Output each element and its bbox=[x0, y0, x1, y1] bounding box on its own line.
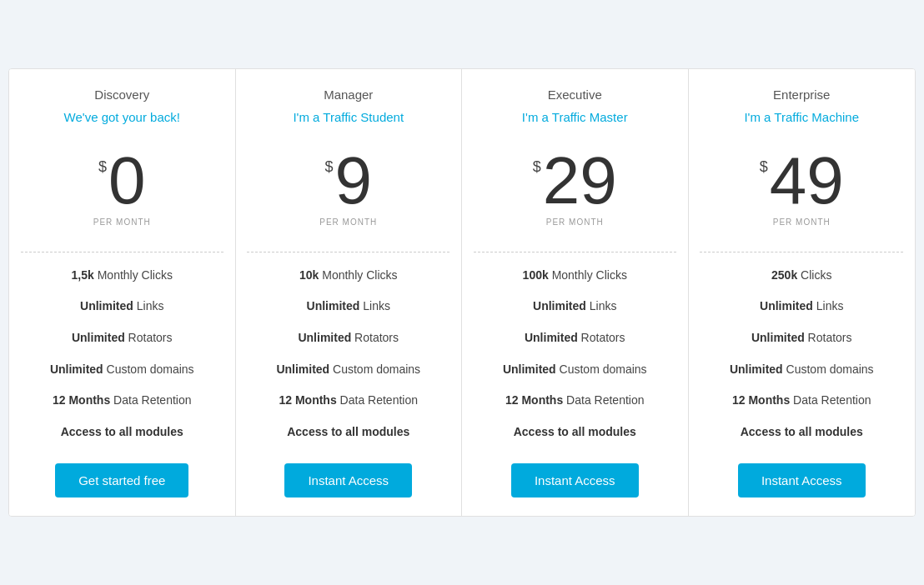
button-section-executive: Instant Access bbox=[462, 455, 688, 516]
divider-enterprise bbox=[700, 252, 903, 252]
plan-tagline-manager: I'm a Traffic Student bbox=[249, 110, 449, 124]
feature-item-discovery-0: 1,5k Monthly Clicks bbox=[23, 268, 222, 284]
plan-name-enterprise: Enterprise bbox=[702, 88, 902, 102]
plan-header-executive: ExecutiveI'm a Traffic Master bbox=[462, 69, 688, 132]
plan-card-manager: ManagerI'm a Traffic Student$9PER MONTH1… bbox=[236, 69, 463, 517]
feature-item-discovery-1: Unlimited Links bbox=[23, 298, 222, 315]
feature-item-manager-3: Unlimited Custom domains bbox=[249, 362, 449, 378]
features-list-discovery: 1,5k Monthly ClicksUnlimited LinksUnlimi… bbox=[9, 268, 235, 456]
plan-tagline-discovery: We've got your back! bbox=[23, 110, 222, 124]
feature-item-discovery-3: Unlimited Custom domains bbox=[23, 362, 222, 378]
feature-item-enterprise-1: Unlimited Links bbox=[702, 298, 902, 315]
feature-item-enterprise-0: 250k Clicks bbox=[702, 268, 902, 284]
plan-name-executive: Executive bbox=[475, 88, 675, 102]
divider-manager bbox=[247, 252, 449, 252]
divider-discovery bbox=[21, 252, 223, 252]
feature-item-enterprise-2: Unlimited Rotators bbox=[702, 330, 902, 347]
button-section-enterprise: Instant Access bbox=[689, 455, 916, 516]
feature-item-executive-2: Unlimited Rotators bbox=[475, 330, 675, 347]
feature-item-executive-1: Unlimited Links bbox=[475, 298, 675, 315]
feature-item-enterprise-5: Access to all modules bbox=[702, 424, 902, 441]
features-list-executive: 100k Monthly ClicksUnlimited LinksUnlimi… bbox=[462, 268, 688, 456]
price-section-manager: $9PER MONTH bbox=[236, 132, 462, 243]
button-section-manager: Instant Access bbox=[236, 455, 462, 516]
plan-header-enterprise: EnterpriseI'm a Traffic Machine bbox=[689, 69, 916, 132]
feature-item-enterprise-3: Unlimited Custom domains bbox=[702, 362, 902, 378]
cta-button-executive[interactable]: Instant Access bbox=[511, 463, 639, 498]
price-amount-manager: 9 bbox=[335, 148, 373, 214]
feature-item-discovery-2: Unlimited Rotators bbox=[23, 330, 222, 347]
per-month-enterprise: PER MONTH bbox=[702, 218, 902, 227]
feature-item-executive-0: 100k Monthly Clicks bbox=[475, 268, 675, 284]
feature-item-executive-3: Unlimited Custom domains bbox=[475, 362, 675, 378]
per-month-discovery: PER MONTH bbox=[23, 218, 222, 227]
features-list-manager: 10k Monthly ClicksUnlimited LinksUnlimit… bbox=[236, 268, 462, 456]
currency-manager: $ bbox=[324, 159, 333, 174]
plan-header-discovery: DiscoveryWe've got your back! bbox=[9, 69, 235, 132]
currency-executive: $ bbox=[533, 159, 541, 174]
feature-item-manager-5: Access to all modules bbox=[249, 424, 449, 441]
price-section-executive: $29PER MONTH bbox=[462, 132, 688, 243]
plan-tagline-enterprise: I'm a Traffic Machine bbox=[702, 110, 902, 124]
plan-tagline-executive: I'm a Traffic Master bbox=[475, 110, 675, 124]
plan-card-discovery: DiscoveryWe've got your back!$0PER MONTH… bbox=[9, 69, 236, 517]
price-amount-executive: 29 bbox=[543, 148, 617, 214]
cta-button-discovery[interactable]: Get started free bbox=[55, 463, 188, 498]
plan-card-enterprise: EnterpriseI'm a Traffic Machine$49PER MO… bbox=[689, 69, 916, 517]
price-amount-discovery: 0 bbox=[108, 148, 146, 214]
price-section-discovery: $0PER MONTH bbox=[9, 132, 235, 243]
features-list-enterprise: 250k ClicksUnlimited LinksUnlimited Rota… bbox=[689, 268, 916, 456]
price-section-enterprise: $49PER MONTH bbox=[689, 132, 916, 243]
cta-button-manager[interactable]: Instant Access bbox=[284, 463, 412, 498]
feature-item-discovery-4: 12 Months Data Retention bbox=[23, 392, 222, 409]
currency-discovery: $ bbox=[98, 159, 107, 174]
feature-item-enterprise-4: 12 Months Data Retention bbox=[702, 392, 902, 409]
feature-item-executive-5: Access to all modules bbox=[475, 424, 675, 441]
per-month-executive: PER MONTH bbox=[475, 218, 675, 227]
feature-item-manager-2: Unlimited Rotators bbox=[249, 330, 449, 347]
plan-header-manager: ManagerI'm a Traffic Student bbox=[236, 69, 462, 132]
per-month-manager: PER MONTH bbox=[249, 218, 449, 227]
feature-item-discovery-5: Access to all modules bbox=[23, 424, 222, 441]
plan-name-discovery: Discovery bbox=[23, 88, 222, 102]
feature-item-manager-0: 10k Monthly Clicks bbox=[249, 268, 449, 284]
plan-card-executive: ExecutiveI'm a Traffic Master$29PER MONT… bbox=[462, 69, 689, 517]
pricing-grid: DiscoveryWe've got your back!$0PER MONTH… bbox=[8, 68, 916, 518]
divider-executive bbox=[474, 252, 676, 252]
feature-item-manager-1: Unlimited Links bbox=[249, 298, 449, 315]
price-amount-enterprise: 49 bbox=[770, 148, 844, 214]
feature-item-executive-4: 12 Months Data Retention bbox=[475, 392, 675, 409]
plan-name-manager: Manager bbox=[249, 88, 449, 102]
feature-item-manager-4: 12 Months Data Retention bbox=[249, 392, 449, 409]
currency-enterprise: $ bbox=[760, 159, 768, 174]
cta-button-enterprise[interactable]: Instant Access bbox=[738, 463, 866, 498]
button-section-discovery: Get started free bbox=[9, 455, 235, 516]
